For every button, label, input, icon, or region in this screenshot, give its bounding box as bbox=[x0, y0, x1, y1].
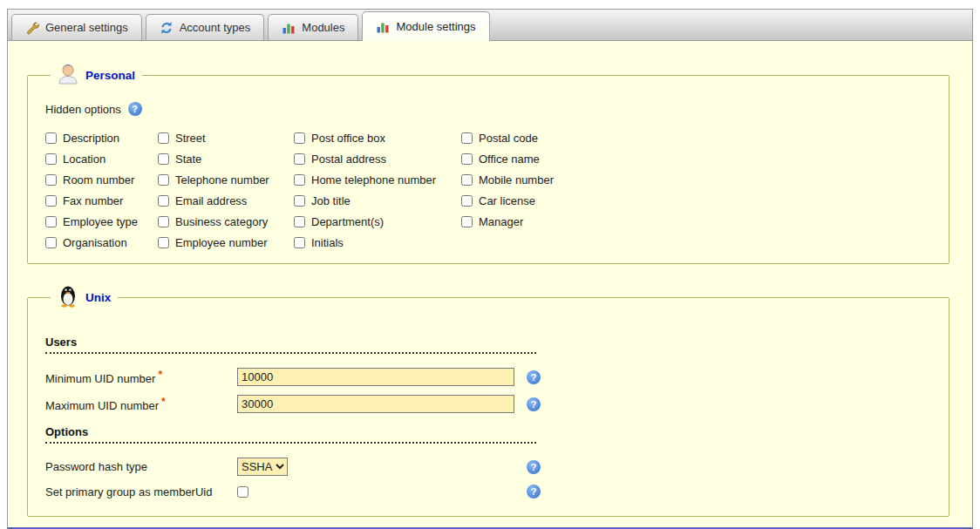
checkbox-input[interactable] bbox=[461, 195, 473, 207]
checkbox-input[interactable] bbox=[45, 237, 57, 248]
help-icon[interactable] bbox=[527, 485, 541, 498]
checkbox-input[interactable] bbox=[158, 216, 169, 227]
max-uid-label: Maximum UID number* bbox=[45, 396, 237, 412]
tab-module-settings[interactable]: Module settings bbox=[362, 11, 489, 41]
checkbox-fax-number[interactable]: Fax number bbox=[45, 194, 158, 207]
password-hash-select[interactable]: SSHA bbox=[237, 458, 288, 476]
member-uid-checkbox[interactable] bbox=[237, 486, 248, 498]
checkbox-postal-code[interactable]: Postal code bbox=[461, 132, 554, 145]
module-settings-icon bbox=[376, 20, 390, 34]
checkbox-post-office-box[interactable]: Post office box bbox=[294, 132, 461, 145]
required-marker: * bbox=[161, 396, 166, 408]
checkbox-business-category[interactable]: Business category bbox=[158, 215, 294, 228]
checkbox-input[interactable] bbox=[158, 153, 169, 165]
min-uid-input[interactable] bbox=[237, 368, 514, 386]
checkbox-input[interactable] bbox=[461, 153, 473, 165]
checkbox-street[interactable]: Street bbox=[158, 132, 294, 145]
password-hash-label: Password hash type bbox=[45, 460, 237, 473]
checkbox-initials[interactable]: Initials bbox=[294, 236, 461, 249]
content-area: Personal Hidden options Description Stre… bbox=[7, 41, 973, 529]
checkbox-input[interactable] bbox=[45, 216, 57, 227]
checkbox-input[interactable] bbox=[294, 153, 305, 165]
tab-modules[interactable]: Modules bbox=[268, 14, 358, 40]
checkbox-car-license[interactable]: Car license bbox=[461, 194, 554, 207]
checkbox-organisation[interactable]: Organisation bbox=[45, 236, 158, 249]
tab-account-types[interactable]: Account types bbox=[146, 14, 265, 40]
account-types-icon bbox=[160, 21, 174, 35]
min-uid-row: Minimum UID number* bbox=[45, 368, 931, 386]
checkbox-input[interactable] bbox=[294, 174, 305, 186]
help-icon[interactable] bbox=[527, 370, 541, 384]
options-heading: Options bbox=[45, 425, 536, 444]
max-uid-row: Maximum UID number* bbox=[45, 395, 931, 413]
checkbox-input[interactable] bbox=[45, 174, 57, 186]
checkbox-input[interactable] bbox=[294, 195, 305, 207]
hidden-options-row: Hidden options bbox=[45, 102, 931, 116]
tab-label: General settings bbox=[45, 21, 128, 34]
unix-section: Unix Users Minimum UID number* Maximum U… bbox=[27, 283, 949, 517]
checkbox-description[interactable]: Description bbox=[45, 132, 158, 145]
checkbox-location[interactable]: Location bbox=[45, 153, 158, 166]
max-uid-input[interactable] bbox=[237, 395, 514, 413]
checkbox-job-title[interactable]: Job title bbox=[294, 194, 461, 207]
personal-legend: Personal bbox=[51, 62, 142, 88]
unix-title: Unix bbox=[85, 291, 111, 304]
hidden-options-grid: Description Street Post office box Posta… bbox=[45, 132, 931, 249]
personal-section: Personal Hidden options Description Stre… bbox=[27, 62, 949, 264]
checkbox-email-address[interactable]: Email address bbox=[158, 194, 294, 207]
checkbox-input[interactable] bbox=[461, 216, 473, 227]
tab-label: Module settings bbox=[396, 20, 475, 33]
checkbox-input[interactable] bbox=[45, 153, 57, 165]
tab-general-settings[interactable]: General settings bbox=[11, 14, 142, 40]
checkbox-telephone-number[interactable]: Telephone number bbox=[158, 173, 294, 187]
checkbox-room-number[interactable]: Room number bbox=[45, 173, 158, 187]
member-uid-row: Set primary group as memberUid bbox=[45, 485, 931, 498]
checkbox-input[interactable] bbox=[461, 174, 473, 186]
checkbox-postal-address[interactable]: Postal address bbox=[294, 153, 461, 166]
checkbox-input[interactable] bbox=[158, 195, 169, 207]
checkbox-input[interactable] bbox=[45, 132, 57, 144]
help-icon[interactable] bbox=[527, 460, 541, 474]
checkbox-manager[interactable]: Manager bbox=[461, 215, 554, 228]
checkbox-input[interactable] bbox=[45, 195, 57, 207]
required-marker: * bbox=[158, 369, 162, 381]
checkbox-employee-type[interactable]: Employee type bbox=[45, 215, 158, 228]
users-heading: Users bbox=[45, 336, 536, 354]
tab-label: Account types bbox=[180, 21, 251, 34]
penguin-icon bbox=[58, 283, 78, 311]
unix-legend: Unix bbox=[51, 283, 118, 311]
member-uid-label: Set primary group as memberUid bbox=[45, 485, 237, 498]
hidden-options-label: Hidden options bbox=[45, 103, 121, 116]
checkbox-employee-number[interactable]: Employee number bbox=[158, 236, 294, 249]
checkbox-input[interactable] bbox=[294, 216, 305, 227]
checkbox-input[interactable] bbox=[294, 237, 305, 248]
wrench-icon bbox=[25, 21, 39, 35]
checkbox-input[interactable] bbox=[294, 132, 305, 144]
help-icon[interactable] bbox=[128, 102, 142, 116]
checkbox-state[interactable]: State bbox=[158, 153, 294, 166]
personal-title: Personal bbox=[85, 69, 135, 82]
checkbox-departments[interactable]: Department(s) bbox=[294, 215, 461, 228]
checkbox-input[interactable] bbox=[461, 132, 473, 144]
tab-bar: General settings Account types Modules M… bbox=[7, 9, 973, 41]
person-icon bbox=[58, 62, 78, 88]
checkbox-office-name[interactable]: Office name bbox=[461, 153, 554, 166]
min-uid-label: Minimum UID number* bbox=[45, 369, 237, 385]
password-hash-row: Password hash type SSHA bbox=[45, 458, 931, 476]
help-icon[interactable] bbox=[527, 397, 541, 411]
checkbox-input[interactable] bbox=[158, 237, 169, 248]
checkbox-input[interactable] bbox=[158, 174, 169, 186]
tab-label: Modules bbox=[302, 21, 344, 34]
checkbox-home-telephone-number[interactable]: Home telephone number bbox=[294, 173, 461, 187]
lam-config-page: General settings Account types Modules M… bbox=[0, 0, 980, 529]
checkbox-input[interactable] bbox=[158, 132, 169, 144]
modules-icon bbox=[282, 21, 296, 35]
checkbox-mobile-number[interactable]: Mobile number bbox=[461, 173, 554, 187]
